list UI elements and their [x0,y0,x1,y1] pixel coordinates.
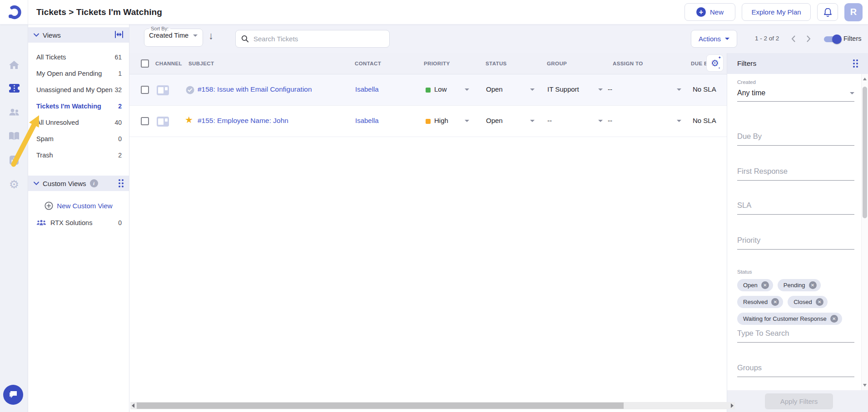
chat-widget-button[interactable] [3,385,23,405]
column-header-subject[interactable]: SUBJECT [188,61,214,66]
filter-groups[interactable]: Groups [737,363,854,377]
custom-view-item-rtx-solutions[interactable]: RTX Solutions 0 [28,215,129,231]
remove-chip-icon[interactable]: ✕ [830,315,838,323]
filter-due-by-field[interactable]: Due By [737,132,854,146]
sparkle-icon: ✦ [718,56,721,60]
column-header-priority[interactable]: PRIORITY [424,61,450,66]
web-form-channel-icon [157,117,169,127]
collapse-panel-icon[interactable] [114,31,124,39]
view-item-all-unresolved[interactable]: All Unresolved 40 [28,114,129,131]
column-header-channel[interactable]: CHANNEL [155,61,182,66]
grid-menu-icon[interactable] [119,179,124,187]
priority-dropdown-caret[interactable] [465,88,469,91]
row-checkbox[interactable] [141,86,149,94]
sort-by-dropdown[interactable]: Sort By: Created Time [144,26,203,47]
filter-priority-field[interactable]: Priority [737,236,854,250]
remove-chip-icon[interactable]: ✕ [809,281,817,289]
info-icon[interactable]: i [90,179,98,187]
nav-rail: ⚙ [0,25,28,412]
filter-status: Status Open ✕ Pending ✕ Resolved ✕ Close… [737,269,854,325]
priority-dropdown-caret[interactable] [465,120,469,122]
scroll-left-arrow[interactable] [132,403,134,408]
view-item-tickets-im-watching[interactable]: Tickets I'm Watching 2 [28,98,129,114]
type-to-search-field[interactable]: Type To Search [737,329,854,343]
ticket-contact-link[interactable]: Isabella [355,85,379,93]
nav-knowledge-base-icon[interactable] [7,129,21,143]
ticket-row[interactable]: ★ #155: Employee Name: John Isabella Hig… [129,106,727,137]
user-avatar[interactable]: R [844,3,863,21]
new-button[interactable]: + New [684,3,735,21]
views-header[interactable]: Views [28,27,129,43]
app-logo[interactable] [0,0,28,25]
remove-chip-icon[interactable]: ✕ [761,281,769,289]
scroll-up-arrow[interactable] [863,78,867,80]
circle-plus-icon [45,201,53,210]
ticket-row[interactable]: #158: Issue with Email Configuration Isa… [129,74,727,106]
filters-scrollbar[interactable] [861,74,868,390]
filter-sla[interactable]: SLA [737,201,854,215]
remove-chip-icon[interactable]: ✕ [771,298,779,306]
next-page-button[interactable] [803,33,814,44]
group-value: IT Support [547,85,579,93]
assign-to-dropdown-caret[interactable] [677,88,681,91]
status-dropdown-caret[interactable] [530,120,535,122]
filter-groups-field[interactable]: Groups [737,363,854,377]
filters-scrollbar-thumb[interactable] [863,87,867,218]
previous-page-button[interactable] [787,33,799,44]
search-box[interactable] [235,30,390,48]
status-chips: Open ✕ Pending ✕ Resolved ✕ Closed ✕ Wai… [737,279,854,325]
remove-chip-icon[interactable]: ✕ [816,298,823,306]
view-count: 40 [114,119,122,126]
filter-first-response-field[interactable]: First Response [737,167,854,181]
status-dropdown-caret[interactable] [530,88,535,91]
row-checkbox[interactable] [141,117,149,125]
table-settings-button[interactable]: ⚙ ✦ ✦ [706,54,724,72]
actions-dropdown-button[interactable]: Actions [691,30,737,48]
column-header-assign-to[interactable]: ASSIGN TO [613,61,643,66]
view-item-my-open-and-pending[interactable]: My Open and Pending 1 [28,65,129,82]
status-chip-open: Open ✕ [737,279,773,291]
filter-sla-field[interactable]: SLA [737,201,854,215]
filter-status-search[interactable]: Type To Search [737,329,854,343]
nav-settings-icon[interactable]: ⚙ [7,177,21,191]
scroll-right-arrow[interactable] [731,403,734,408]
filter-created[interactable]: Created Any time [737,79,854,102]
nav-contacts-icon[interactable] [7,105,21,119]
filters-panel-footer: Apply Filters [727,390,868,412]
horizontal-scrollbar[interactable] [130,402,735,409]
view-item-spam[interactable]: Spam 0 [28,131,129,147]
apply-filters-button[interactable]: Apply Filters [765,393,833,409]
view-item-unassigned-and-my-open[interactable]: Unassigned and My Open 32 [28,82,129,98]
column-header-contact[interactable]: CONTACT [355,61,381,66]
new-custom-view-button[interactable]: New Custom View [28,196,129,215]
column-header-group[interactable]: GROUP [547,61,567,66]
filter-created-label: Created [737,79,854,85]
filter-first-response[interactable]: First Response [737,167,854,181]
column-header-status[interactable]: STATUS [486,61,507,66]
assign-to-dropdown-caret[interactable] [677,120,681,122]
horizontal-scrollbar-thumb[interactable] [137,402,624,409]
nav-home-icon[interactable] [7,58,21,72]
notifications-button[interactable] [817,3,838,21]
nav-tickets-icon[interactable] [7,81,21,95]
scroll-down-arrow[interactable] [863,384,867,387]
select-all-checkbox[interactable] [141,59,149,68]
sort-direction-button[interactable]: ↓ [208,31,213,41]
ticket-contact-link[interactable]: Isabella [355,117,379,124]
search-input[interactable] [253,35,384,43]
caret-down-icon [193,34,198,37]
view-item-all-tickets[interactable]: All Tickets 61 [28,49,129,65]
filters-toggle[interactable] [824,36,840,42]
grid-menu-icon[interactable] [853,59,858,68]
group-dropdown-caret[interactable] [598,120,603,122]
ticket-subject-link[interactable]: #155: Employee Name: John [198,117,288,125]
filter-due-by[interactable]: Due By [737,132,854,146]
nav-analytics-icon[interactable] [7,153,21,167]
group-dropdown-caret[interactable] [598,88,603,91]
filter-priority[interactable]: Priority [737,236,854,250]
view-item-trash[interactable]: Trash 2 [28,147,129,163]
ticket-subject-link[interactable]: #158: Issue with Email Configuration [198,85,312,93]
star-icon[interactable]: ★ [185,115,193,124]
custom-views-header[interactable]: Custom Views i [28,176,129,191]
explore-my-plan-button[interactable]: Explore My Plan [742,3,811,21]
